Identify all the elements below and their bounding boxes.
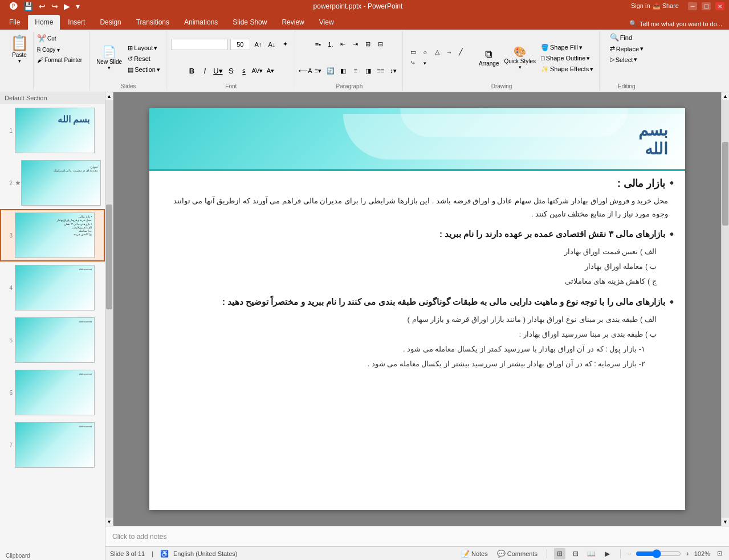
smartart-button[interactable]: ⊞ (363, 39, 374, 50)
italic-button[interactable]: I (199, 66, 210, 76)
present-button[interactable]: ▶ (62, 1, 72, 12)
font-color-button[interactable]: A▾ (264, 66, 276, 76)
notes-area[interactable]: Click to add notes (105, 526, 729, 546)
slide-item-3[interactable]: 3 • بازار مالی محل خرید و فروش اوراق بها… (0, 209, 105, 261)
find-button[interactable]: 🔍 Find (608, 32, 634, 43)
strikethrough-button[interactable]: S (225, 66, 237, 76)
slideshow-button[interactable]: ▶ (602, 548, 613, 559)
line-shape[interactable]: ╱ (455, 47, 467, 58)
shadow-button[interactable]: s̲ (238, 66, 250, 76)
reading-view-button[interactable]: 📖 (586, 548, 597, 559)
tab-review[interactable]: Review (275, 15, 311, 30)
convert-smartart-button[interactable]: 🔄 (325, 66, 336, 76)
zoom-slider[interactable] (636, 550, 681, 558)
dropdown-icon[interactable]: ▾ (74, 1, 82, 12)
format-painter-button[interactable]: 🖌Format Painter (35, 55, 84, 64)
zoom-minus-button[interactable]: − (628, 550, 631, 557)
bold-button[interactable]: B (186, 66, 197, 76)
tab-insert[interactable]: Insert (61, 15, 92, 30)
tab-file[interactable]: File (2, 15, 27, 30)
tab-slideshow[interactable]: Slide Show (226, 15, 274, 30)
oval-shape[interactable]: ○ (420, 47, 431, 58)
align-text-button[interactable]: ≡▾ (312, 66, 324, 76)
layout-button[interactable]: ⊞ Layout ▾ (125, 43, 162, 53)
bullets-button[interactable]: ≡• (312, 39, 324, 50)
slide-sorter-button[interactable]: ⊟ (570, 548, 581, 559)
justify-button[interactable]: ≡≡ (375, 66, 386, 76)
scroll-down-right-button[interactable]: ▼ (722, 518, 729, 526)
tab-design[interactable]: Design (93, 15, 128, 30)
sub-bullet-4: الف ) طبقه بندی بر مبنای نوع اوراق بهادا… (161, 312, 674, 327)
redo-button[interactable]: ↪ (50, 1, 60, 12)
right-vertical-scrollbar[interactable]: ▲ ▼ (721, 92, 729, 526)
char-spacing-button[interactable]: AV▾ (251, 66, 263, 76)
replace-button[interactable]: ⇄ Replace ▾ (608, 44, 646, 54)
scroll-up-button[interactable]: ▲ (105, 92, 113, 100)
maximize-button[interactable]: ☐ (702, 2, 711, 10)
tab-animations[interactable]: Animations (177, 15, 225, 30)
columns-button[interactable]: ⊟ (375, 39, 386, 50)
numbering-button[interactable]: 1. (325, 39, 336, 50)
section-button[interactable]: ▤ Section ▾ (125, 65, 162, 75)
tab-transitions[interactable]: Transitions (129, 15, 176, 30)
notes-button[interactable]: 📝 Notes (459, 549, 490, 558)
cut-button[interactable]: ✂️Cut (35, 33, 84, 44)
increase-indent-button[interactable]: ⇥ (350, 39, 361, 50)
shape-outline-button[interactable]: □ Shape Outline ▾ (539, 54, 596, 63)
comments-button[interactable]: 💬 Comments (495, 549, 540, 558)
scroll-thumb-right[interactable] (722, 142, 728, 226)
copy-button[interactable]: ⎘Copy ▾ (35, 45, 84, 54)
tab-view[interactable]: View (312, 15, 341, 30)
save-button[interactable]: 💾 (22, 1, 35, 12)
undo-button[interactable]: ↩ (37, 1, 47, 12)
tell-me-input[interactable]: 🔍 Tell me what you want to do... (625, 18, 727, 30)
line-spacing-button[interactable]: ↕▾ (388, 66, 399, 76)
slide-item-7[interactable]: 7 slide content (0, 419, 105, 471)
clear-formatting-button[interactable]: ✦ (280, 39, 291, 50)
normal-view-button[interactable]: ⊞ (554, 548, 565, 559)
decrease-indent-button[interactable]: ⇤ (337, 39, 349, 50)
vertical-scrollbar[interactable]: ▲ ▼ (105, 92, 113, 526)
zoom-plus-button[interactable]: + (686, 550, 689, 557)
scroll-thumb[interactable] (106, 205, 112, 309)
shapes-more[interactable]: ▾ (420, 58, 431, 68)
minimize-button[interactable]: ─ (688, 2, 697, 10)
font-size-input[interactable]: 50 (230, 39, 250, 50)
close-button[interactable]: ✕ (715, 2, 724, 10)
shape-fill-button[interactable]: 🪣 Shape Fill ▾ (539, 43, 596, 52)
connector-shape[interactable]: ⤷ (408, 58, 419, 68)
rectangle-shape[interactable]: ▭ (408, 47, 419, 58)
slide-item-2[interactable]: 2 ★ عنوان: مقدمه ای در مدیریت مالی استرا… (0, 157, 105, 209)
paste-button[interactable]: 📋 Paste ▾ (8, 33, 31, 65)
scroll-down-button[interactable]: ▼ (105, 518, 113, 526)
tab-home[interactable]: Home (28, 15, 60, 30)
slide-item-6[interactable]: 6 slide content (0, 366, 105, 419)
scroll-track-right (722, 100, 729, 518)
fit-slide-button[interactable]: ⊡ (715, 549, 724, 558)
text-direction-button[interactable]: ⟵A (300, 66, 311, 76)
slide-viewport[interactable]: ▲ ▼ بسم الله (105, 92, 729, 526)
arrow-shape[interactable]: → (443, 47, 455, 58)
triangle-shape[interactable]: △ (431, 47, 443, 58)
align-center-button[interactable]: ≡ (350, 66, 361, 76)
select-button[interactable]: ▷ Select ▾ (608, 55, 640, 64)
scroll-up-right-button[interactable]: ▲ (722, 92, 729, 100)
increase-font-button[interactable]: A↑ (252, 39, 264, 50)
slide-item-5[interactable]: 5 slide content (0, 314, 105, 366)
quick-styles-button[interactable]: 🎨 Quick Styles ▾ (502, 44, 538, 71)
decrease-font-button[interactable]: A↓ (266, 39, 278, 50)
slide-content[interactable]: • بازار مالی : محل خرید و فروش اوراق بها… (161, 177, 674, 504)
underline-button[interactable]: U▾ (212, 66, 223, 76)
shape-effects-button[interactable]: ✨ Shape Effects ▾ (539, 64, 596, 74)
reset-button[interactable]: ↺ Reset (125, 54, 162, 64)
align-left-button[interactable]: ◧ (337, 66, 349, 76)
align-right-button[interactable]: ◨ (363, 66, 374, 76)
font-name-input[interactable] (171, 39, 228, 50)
arrange-button[interactable]: ⧉ Arrange (477, 47, 502, 68)
slide-item-1[interactable]: 1 بسم الله (0, 104, 105, 157)
slide-item-4[interactable]: 4 slide content (0, 261, 105, 314)
zoom-level[interactable]: 102% (694, 550, 710, 557)
signin-button[interactable]: Sign in (631, 2, 650, 10)
share-button[interactable]: 📤 Share (653, 2, 679, 10)
new-slide-button[interactable]: 📄 New Slide ▾ (94, 44, 124, 72)
